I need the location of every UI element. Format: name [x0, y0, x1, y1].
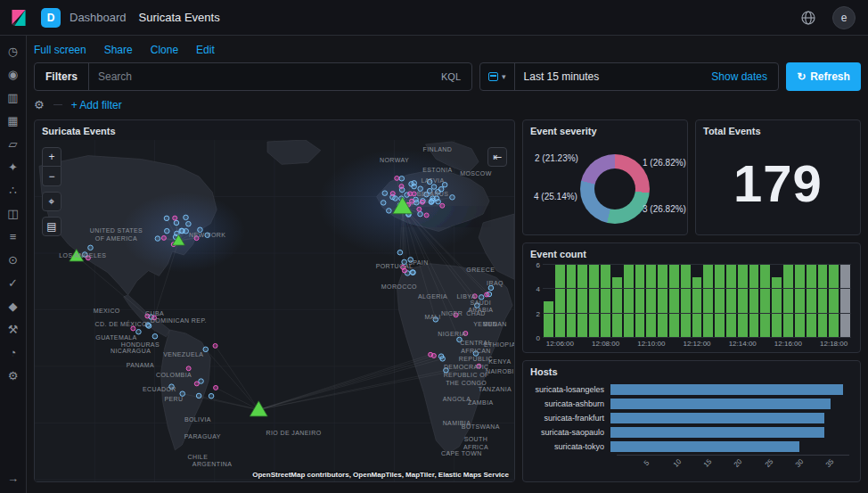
- set-view-button[interactable]: ⌖: [42, 192, 61, 211]
- map-dot-blue[interactable]: [488, 285, 494, 290]
- maps-icon[interactable]: ✦: [5, 160, 21, 175]
- map-dot-pink[interactable]: [410, 199, 414, 203]
- map-dot-pink[interactable]: [152, 316, 157, 320]
- map-dot-blue[interactable]: [440, 357, 446, 361]
- map-dot-blue[interactable]: [409, 182, 414, 186]
- user-avatar[interactable]: e: [832, 6, 856, 29]
- globe-icon[interactable]: [797, 6, 820, 29]
- map-dot-pink[interactable]: [424, 213, 429, 218]
- map-dot-pink[interactable]: [390, 192, 395, 196]
- event-count-bar[interactable]: [760, 265, 770, 338]
- map-dot-blue[interactable]: [88, 245, 94, 250]
- event-count-bar[interactable]: [669, 265, 679, 338]
- map-dot-pink[interactable]: [194, 236, 199, 241]
- kibana-logo[interactable]: [0, 0, 37, 36]
- dev-tools-icon[interactable]: ⚒: [5, 323, 21, 337]
- event-count-bar[interactable]: [567, 265, 577, 338]
- refresh-button[interactable]: ↻ Refresh: [786, 62, 861, 91]
- map-dot-blue[interactable]: [479, 295, 484, 300]
- host-bar[interactable]: [610, 399, 831, 409]
- logs-icon[interactable]: ≡: [5, 230, 21, 244]
- calendar-button[interactable]: ▾: [480, 63, 515, 90]
- map-dot-pink[interactable]: [440, 203, 445, 208]
- map-dot-pink[interactable]: [213, 343, 217, 348]
- time-range-value[interactable]: Last 15 minutes: [515, 70, 609, 83]
- map-dot-blue[interactable]: [410, 270, 415, 275]
- event-count-bar[interactable]: [795, 265, 805, 338]
- map-dot-blue[interactable]: [473, 351, 479, 356]
- map-dot-blue[interactable]: [442, 183, 447, 187]
- event-count-bar[interactable]: [715, 265, 725, 338]
- map-dot-blue[interactable]: [402, 259, 407, 264]
- map-dot-blue[interactable]: [186, 221, 192, 226]
- dashboard-icon[interactable]: ▦: [5, 114, 21, 128]
- event-count-bar[interactable]: [681, 265, 691, 338]
- map-dot-pink[interactable]: [463, 332, 468, 336]
- map-dot-pink[interactable]: [173, 216, 177, 220]
- map-dot-blue[interactable]: [431, 185, 437, 189]
- show-dates-button[interactable]: Show dates: [700, 70, 778, 83]
- map-dot-blue[interactable]: [196, 393, 201, 398]
- event-count-bar[interactable]: [646, 265, 656, 338]
- event-count-bar[interactable]: [738, 265, 748, 338]
- event-count-bar[interactable]: [555, 265, 565, 338]
- map-dot-blue[interactable]: [165, 228, 170, 233]
- map-dot-blue[interactable]: [436, 189, 441, 193]
- event-count-bar[interactable]: [726, 265, 736, 338]
- map-dot-pink[interactable]: [472, 294, 477, 299]
- event-count-bar[interactable]: [829, 265, 839, 338]
- event-count-bar[interactable]: [840, 265, 850, 338]
- metrics-icon[interactable]: ◫: [5, 207, 21, 221]
- map-dot-pink[interactable]: [408, 192, 413, 196]
- map-dot-blue[interactable]: [145, 323, 151, 327]
- map-dot-pink[interactable]: [454, 313, 458, 317]
- map-dot-blue[interactable]: [155, 236, 160, 241]
- map-dot-blue[interactable]: [418, 186, 423, 191]
- map-dot-blue[interactable]: [169, 384, 175, 389]
- map-dot-pink[interactable]: [145, 314, 150, 318]
- event-count-bar[interactable]: [624, 265, 634, 338]
- map-dot-pink[interactable]: [399, 185, 404, 189]
- breadcrumb[interactable]: Dashboard: [70, 11, 127, 24]
- host-bar[interactable]: [610, 441, 799, 452]
- kql-toggle[interactable]: KQL: [430, 71, 471, 82]
- clone-link[interactable]: Clone: [151, 44, 178, 56]
- map-dot-blue[interactable]: [198, 227, 203, 232]
- map-dot-blue[interactable]: [414, 201, 420, 205]
- canvas-icon[interactable]: ▱: [5, 137, 21, 152]
- siem-icon[interactable]: ◆: [5, 300, 21, 314]
- filters-button[interactable]: Filters: [35, 63, 89, 90]
- map-dot-pink[interactable]: [402, 268, 406, 273]
- event-count-bar[interactable]: [589, 265, 599, 338]
- map-dot-blue[interactable]: [174, 220, 179, 225]
- map-dot-pink[interactable]: [417, 207, 422, 211]
- map-dot-blue[interactable]: [444, 368, 449, 373]
- map-dot-blue[interactable]: [408, 258, 414, 262]
- event-count-bar[interactable]: [783, 265, 793, 338]
- event-count-bar[interactable]: [635, 265, 645, 338]
- layers-button[interactable]: ▤: [42, 217, 61, 236]
- event-count-bar[interactable]: [807, 265, 816, 338]
- map-dot-blue[interactable]: [180, 391, 185, 396]
- map-dot-pink[interactable]: [485, 292, 489, 297]
- edit-link[interactable]: Edit: [196, 44, 215, 56]
- map-dot-blue[interactable]: [436, 199, 441, 203]
- event-count-bar[interactable]: [577, 265, 587, 338]
- map-dot-pink[interactable]: [161, 235, 166, 240]
- map-dot-blue[interactable]: [475, 303, 480, 308]
- host-bar[interactable]: [610, 413, 824, 423]
- map-dot-blue[interactable]: [136, 329, 142, 333]
- severity-donut-chart[interactable]: [580, 154, 650, 224]
- map-dot-pink[interactable]: [431, 354, 436, 358]
- map-dot-blue[interactable]: [399, 177, 405, 181]
- legend-collapse-button[interactable]: ⇤: [487, 147, 507, 167]
- map-dot-pink[interactable]: [186, 366, 191, 371]
- map-dot-blue[interactable]: [397, 250, 403, 254]
- stack-monitoring-icon[interactable]: ◔: [5, 346, 21, 360]
- map-dot-blue[interactable]: [387, 209, 392, 213]
- map-dot-blue[interactable]: [382, 191, 388, 195]
- map-canvas[interactable]: FINLANDNORWAYESTONIALATVIAMOSCOWBELARUSU…: [35, 140, 514, 481]
- map-dot-blue[interactable]: [433, 317, 438, 322]
- apm-icon[interactable]: ⊙: [5, 253, 21, 267]
- add-filter-button[interactable]: + Add filter: [71, 99, 122, 111]
